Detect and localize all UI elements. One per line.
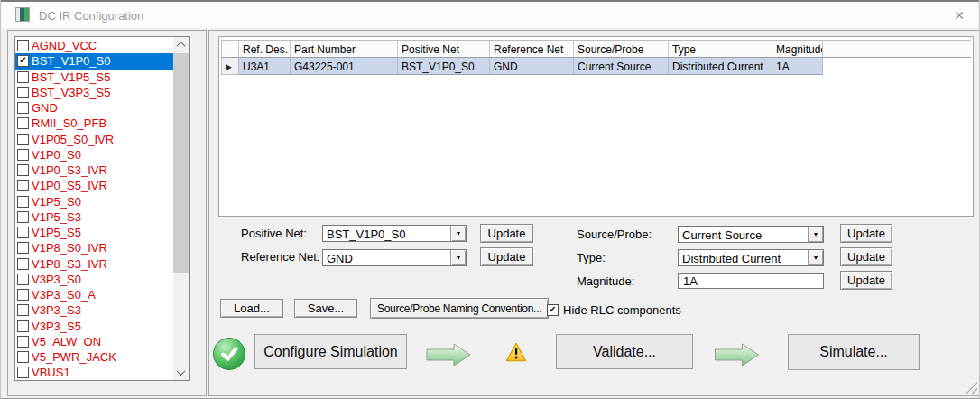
net-label: V1P5_S5 — [32, 226, 81, 239]
chevron-down-icon[interactable]: ▼ — [450, 226, 466, 241]
column-header[interactable]: Magnitude — [772, 41, 823, 58]
net-checkbox[interactable]: ✔ — [17, 55, 29, 67]
net-list-item[interactable]: V1P0_S0 — [15, 147, 173, 162]
validate-button[interactable]: Validate... — [556, 334, 693, 369]
type-combo[interactable]: Distributed Current ▼ — [678, 249, 824, 266]
net-label: V3P3_S0_A — [32, 288, 96, 302]
net-checkbox[interactable] — [17, 117, 29, 129]
resize-grip[interactable] — [966, 382, 977, 394]
net-list-scrollbar[interactable] — [173, 37, 189, 380]
positive-net-label: Positive Net: — [241, 227, 307, 240]
net-list-item[interactable]: V1P05_S0_IVR — [15, 132, 173, 147]
scrollbar-thumb[interactable] — [173, 53, 189, 273]
table-cell[interactable]: G43225-001 — [291, 58, 398, 75]
net-checkbox[interactable] — [17, 242, 29, 254]
hide-rlc-checkbox[interactable]: ✔ — [547, 304, 559, 316]
net-list-item[interactable]: V1P8_S3_IVR — [15, 256, 173, 272]
net-label: V3P3_S5 — [32, 320, 81, 333]
net-checkbox[interactable] — [17, 304, 29, 316]
net-list: AGND_VCC✔BST_V1P0_S0BST_V1P5_S5BST_V3P3_… — [14, 36, 190, 381]
configure-simulation-button[interactable]: Configure Simulation — [254, 334, 407, 369]
update-reference-net-button[interactable]: Update — [480, 247, 533, 266]
chevron-down-icon[interactable]: ▼ — [808, 227, 823, 242]
net-list-item[interactable]: AGND_VCC — [15, 38, 173, 53]
net-list-item[interactable]: GND — [15, 100, 173, 116]
net-list-item[interactable]: RMII_S0_PFB — [15, 116, 173, 131]
net-list-item[interactable]: V3P3_S3 — [15, 302, 173, 318]
net-checkbox[interactable] — [17, 336, 29, 348]
net-list-item[interactable]: V1P5_S5 — [15, 225, 173, 240]
net-checkbox[interactable] — [17, 258, 29, 270]
net-checkbox[interactable] — [17, 180, 29, 191]
net-list-item[interactable]: BST_V1P5_S5 — [15, 70, 173, 85]
update-type-button[interactable]: Update — [840, 247, 892, 266]
net-list-item[interactable]: V3P3_S0_A — [15, 287, 173, 302]
update-magnitude-button[interactable]: Update — [840, 271, 892, 290]
net-checkbox[interactable] — [17, 102, 29, 114]
net-checkbox[interactable] — [17, 71, 29, 83]
net-checkbox[interactable] — [17, 367, 29, 378]
net-list-item[interactable]: V1P5_S3 — [15, 209, 173, 225]
net-checkbox[interactable] — [17, 40, 29, 51]
column-header[interactable]: Reference Net — [490, 41, 574, 58]
chevron-down-icon[interactable]: ▼ — [808, 250, 823, 265]
net-checkbox[interactable] — [17, 211, 29, 223]
net-checkbox[interactable] — [17, 196, 29, 208]
type-value: Distributed Current — [679, 250, 808, 265]
net-list-item[interactable]: V1P5_S0 — [15, 194, 173, 209]
positive-net-combo[interactable]: BST_V1P0_S0 ▼ — [322, 225, 467, 242]
net-list-item[interactable]: VBUS1 — [15, 365, 173, 379]
net-list-item[interactable]: V1P0_S5_IVR — [15, 178, 173, 193]
table-cell[interactable]: U3A1 — [239, 58, 291, 75]
column-header[interactable]: Source/Probe — [574, 41, 669, 58]
net-list-item[interactable]: V3P3_S5 — [15, 319, 173, 334]
sources-table-container: Ref. Des.Part NumberPositive NetReferenc… — [218, 36, 974, 217]
flow-arrow-icon — [712, 343, 762, 370]
source-probe-combo[interactable]: Current Source ▼ — [678, 226, 824, 243]
update-source-probe-button[interactable]: Update — [840, 224, 892, 243]
net-checkbox[interactable] — [17, 274, 29, 285]
magnitude-input[interactable]: 1A — [678, 273, 824, 289]
save-button[interactable]: Save... — [294, 299, 357, 318]
net-checkbox[interactable] — [17, 134, 29, 145]
chevron-down-icon[interactable]: ▼ — [450, 250, 466, 265]
net-list-item[interactable]: ✔BST_V1P0_S0 — [15, 53, 173, 69]
net-list-item[interactable]: BST_V3P3_S5 — [15, 85, 173, 100]
net-label: V1P0_S5_IVR — [32, 179, 107, 192]
table-cell[interactable]: GND — [490, 58, 574, 75]
scroll-down-button[interactable] — [173, 365, 189, 380]
net-list-item[interactable]: V3P3_S0 — [15, 272, 173, 287]
net-list-item[interactable]: V1P8_S0_IVR — [15, 240, 173, 255]
column-header[interactable]: Positive Net — [398, 41, 490, 58]
net-checkbox[interactable] — [17, 351, 29, 363]
net-checkbox[interactable] — [17, 87, 29, 98]
net-checkbox[interactable] — [17, 289, 29, 301]
net-label: V3P3_S3 — [32, 303, 81, 317]
net-checkbox[interactable] — [17, 227, 29, 238]
net-checkbox[interactable] — [17, 320, 29, 332]
net-list-item[interactable]: V5_PWR_JACK — [15, 349, 173, 365]
app-icon — [15, 7, 30, 22]
net-checkbox[interactable] — [17, 149, 29, 161]
net-checkbox[interactable] — [17, 164, 29, 176]
column-header[interactable]: Part Number — [291, 41, 398, 58]
simulate-button[interactable]: Simulate... — [788, 334, 920, 370]
close-icon[interactable]: ✕ — [954, 8, 965, 23]
column-header[interactable]: Type — [669, 41, 772, 58]
net-list-item[interactable]: V5_ALW_ON — [15, 334, 173, 349]
net-label: V1P5_S3 — [32, 210, 81, 224]
load-button[interactable]: Load... — [220, 299, 283, 318]
column-header[interactable]: Ref. Des. — [239, 41, 291, 58]
table-cell[interactable]: Distributed Current — [669, 58, 772, 75]
naming-convention-button[interactable]: Source/Probe Naming Convention... — [370, 298, 549, 319]
table-cell[interactable]: 1A — [772, 58, 823, 75]
reference-net-combo[interactable]: GND ▼ — [322, 249, 467, 266]
table-row[interactable]: ▶U3A1G43225-001BST_V1P0_S0GNDCurrent Sou… — [222, 58, 971, 75]
table-cell[interactable]: Current Source — [574, 58, 669, 75]
sources-table: Ref. Des.Part NumberPositive NetReferenc… — [221, 40, 971, 75]
update-positive-net-button[interactable]: Update — [480, 224, 533, 243]
net-list-item[interactable]: V1P0_S3_IVR — [15, 162, 173, 178]
title-bar: DC IR Configuration ✕ — [2, 2, 978, 28]
table-cell[interactable]: BST_V1P0_S0 — [398, 58, 490, 75]
scroll-up-button[interactable] — [173, 37, 189, 52]
